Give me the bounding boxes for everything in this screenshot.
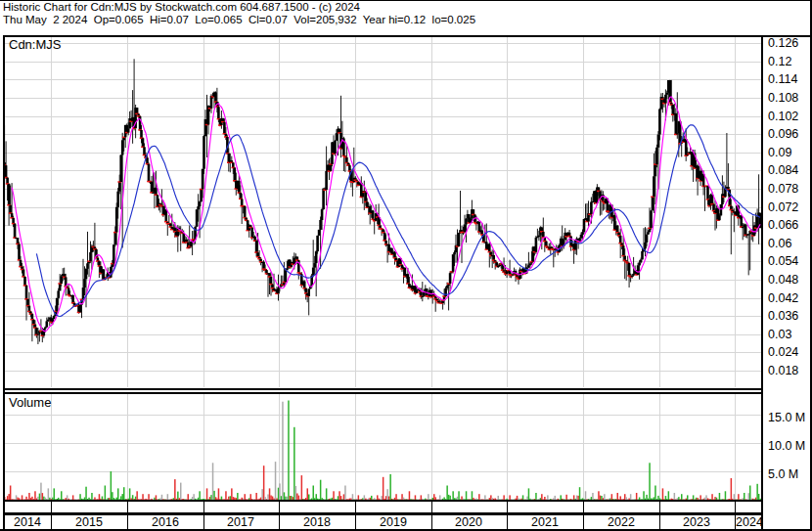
axis-divider [507, 515, 508, 529]
frame-volume-top [3, 392, 763, 394]
year-label: 2015 [68, 515, 111, 529]
price-tick-label: 0.024 [768, 345, 798, 359]
price-tick-label: 0.048 [768, 273, 798, 287]
axis-divider [431, 502, 432, 512]
axis-divider [735, 502, 736, 512]
year-label: 2020 [447, 515, 490, 529]
axis-divider [203, 502, 204, 512]
year-label: 2023 [675, 515, 718, 529]
stockwatch-historic-chart: Historic Chart for Cdn:MJS by Stockwatch… [0, 0, 812, 531]
axis-divider [127, 502, 128, 512]
axis-divider [279, 502, 280, 512]
price-tick-label: 0.102 [768, 110, 798, 123]
frame-volume-bottom [3, 500, 763, 502]
chart-plot-canvas [0, 0, 812, 531]
year-label: 2019 [372, 515, 415, 529]
frame-left [3, 35, 5, 531]
axis-divider [355, 515, 356, 529]
axis-divider [735, 515, 736, 529]
axis-divider [355, 502, 356, 512]
candlesticks [0, 59, 761, 344]
axis-divider [659, 502, 660, 512]
axis-divider [659, 515, 660, 529]
volume-tick-label: 5.0 M [768, 467, 798, 481]
price-tick-label: 0.096 [768, 127, 798, 141]
axis-divider [203, 515, 204, 529]
price-tick-label: 0.03 [768, 328, 791, 341]
price-tick-label: 0.066 [768, 218, 798, 232]
price-tick-label: 0.054 [768, 254, 798, 268]
price-tick-label: 0.12 [768, 55, 791, 68]
volume-tick-label: 10.0 M [768, 439, 805, 453]
volume-bars [1, 401, 761, 501]
axis-divider [431, 515, 432, 529]
axis-divider [583, 502, 584, 512]
volume-label: Volume [9, 396, 51, 410]
price-tick-label: 0.108 [768, 91, 798, 105]
price-tick-label: 0.078 [768, 182, 798, 196]
price-tick-label: 0.042 [768, 291, 798, 305]
year-label: 2017 [219, 515, 262, 529]
gridlines [5, 37, 761, 500]
price-tick-label: 0.084 [768, 163, 798, 177]
price-tick-label: 0.114 [768, 72, 797, 86]
symbol-label: Cdn:MJS [9, 38, 61, 52]
price-tick-label: 0.018 [768, 364, 798, 377]
axis-divider [507, 502, 508, 512]
axis-divider [279, 515, 280, 529]
price-tick-label: 0.036 [768, 309, 798, 323]
axis-divider [51, 502, 52, 512]
year-label: 2021 [523, 515, 566, 529]
fast-ma-line [12, 97, 760, 332]
price-tick-label: 0.06 [768, 237, 791, 250]
frame-price-top [3, 35, 812, 37]
axis-divider [51, 515, 52, 529]
price-tick-label: 0.09 [768, 146, 791, 159]
year-label: 2014 [6, 515, 49, 529]
frame-top-outer [0, 0, 812, 1]
axis-divider [127, 515, 128, 529]
year-label: 2022 [600, 515, 643, 529]
axis-divider [583, 515, 584, 529]
price-tick-label: 0.072 [768, 200, 798, 214]
price-tick-label: 0.126 [768, 36, 798, 50]
year-label: 2016 [144, 515, 187, 529]
frame-price-bottom [3, 388, 763, 390]
frame-pane-right [761, 35, 763, 531]
volume-tick-label: 15.0 M [768, 411, 805, 424]
year-label: 2018 [295, 515, 338, 529]
